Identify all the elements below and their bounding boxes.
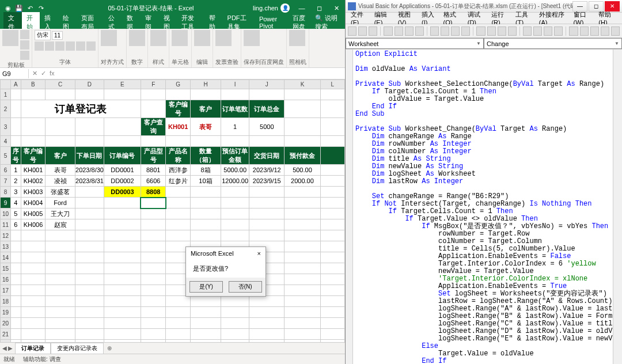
cell-r4-c5[interactable] [141,136,166,147]
cell-r22-c9[interactable] [249,340,285,343]
cell-r19-c9[interactable] [249,307,285,318]
cell-r22-c1[interactable] [21,340,45,343]
cell-r20-c10[interactable] [285,318,320,329]
cell-r12-c5[interactable] [141,230,166,241]
vba-toolbar-icon-20[interactable] [580,26,589,36]
cell-r16-c3[interactable] [75,274,104,285]
cell-r21-c11[interactable] [320,329,344,340]
cell-r11-c10[interactable] [285,219,320,230]
cell-r13-c2[interactable] [45,241,75,252]
cell-r3-c4[interactable] [104,118,141,136]
user-area[interactable]: ling.chen 👤 [253,3,293,13]
cell-r16-c0[interactable] [10,274,21,285]
cell-r18-c10[interactable] [285,296,320,307]
cell-r11-c6[interactable] [166,219,190,230]
cell-r18-c5[interactable] [141,296,166,307]
cell-r17-c2[interactable] [45,285,75,296]
vba-toolbar-icon-16[interactable] [533,26,542,36]
enter-icon[interactable]: ✓ [41,70,46,77]
cell-r7-c11[interactable] [320,176,344,187]
col-header-K[interactable]: K [285,80,320,89]
cell-r21-c0[interactable] [10,329,21,340]
vba-toolbar-icon-18[interactable] [554,26,563,36]
cell-r9-c2[interactable]: Ford [45,198,75,208]
cell-r3-c1[interactable] [21,118,45,136]
cell-r16-c1[interactable] [21,274,45,285]
msgbox-yes-button[interactable]: 是(Y) [189,281,222,293]
vba-toolbar-icon-12[interactable] [487,26,496,36]
group-icon-8[interactable] [244,30,260,46]
sheet-tab-0[interactable]: 订单记录 [15,343,51,354]
cell-r12-c1[interactable] [21,230,45,241]
cell-r18-c4[interactable] [104,296,141,307]
cell-r15-c3[interactable] [75,263,104,274]
cell-r11-c1[interactable]: KH006 [21,219,45,230]
cell-r9-c3[interactable] [75,198,104,208]
cell-r5-c7[interactable]: 数量（箱） [190,147,221,165]
vba-toolbar-icon-5[interactable] [405,26,414,36]
row-header-13[interactable]: 13 [1,241,11,252]
cell-r1-c0[interactable] [10,89,21,100]
cell-r14-c3[interactable] [75,252,104,263]
cell-r18-c0[interactable] [10,296,21,307]
cell-r20-c11[interactable] [320,318,344,329]
cell-r1-c9[interactable] [249,89,285,100]
cell-r17-c10[interactable] [285,285,320,296]
redo-icon[interactable]: ↷ [36,3,45,13]
cell-r18-c11[interactable] [320,296,344,307]
underline-icon[interactable] [55,41,65,51]
cell-r16-c11[interactable] [320,274,344,285]
cell-r1-c10[interactable] [285,89,320,100]
cell-r5-c6[interactable]: 产品名称 [166,147,190,165]
cell-r8-c9[interactable] [249,187,285,198]
cell-r8-c11[interactable] [320,187,344,198]
cell-r13-c10[interactable] [285,241,320,252]
cell-r9-c8[interactable] [221,198,249,208]
cell-r17-c11[interactable] [320,285,344,296]
new-sheet-button[interactable]: ⊕ [104,345,115,351]
scrollbar[interactable] [613,50,622,364]
vba-toolbar-icon-2[interactable] [369,26,377,36]
cell-r13-c4[interactable] [104,241,141,252]
cell-r12-c2[interactable] [45,230,75,241]
cell-r6-c6[interactable]: 西洋参 [166,165,190,176]
group-icon-5[interactable] [172,30,188,46]
cell-r18-c7[interactable] [190,296,221,307]
cell-r10-c0[interactable]: 5 [10,208,21,219]
cell-r17-c0[interactable] [10,285,21,296]
cell-r14-c1[interactable] [21,252,45,263]
bold-icon[interactable] [35,41,44,51]
cell-r22-c8[interactable] [221,340,249,343]
cell-r11-c9[interactable] [249,219,285,230]
vba-toolbar-icon-21[interactable] [590,26,599,36]
cell-r3-c3[interactable] [75,118,104,136]
cell-r5-c9[interactable]: 交货日期 [249,147,285,165]
cell-r6-c8[interactable]: 5000.00 [221,165,249,176]
cell-r2-c10[interactable] [285,100,320,118]
cell-r21-c10[interactable] [285,329,320,340]
row-header-14[interactable]: 14 [1,252,11,263]
italic-icon[interactable] [45,41,54,51]
cell-r11-c3[interactable] [75,219,104,230]
cell-r12-c6[interactable] [166,230,190,241]
cell-r21-c2[interactable] [45,329,75,340]
cell-r5-c8[interactable]: 预估订单金额 [221,147,249,165]
cell-r9-c5[interactable] [141,198,166,208]
cell-r12-c11[interactable] [320,230,344,241]
cell-r20-c0[interactable] [10,318,21,329]
cell-r5-c3[interactable]: 下单日期 [75,147,104,165]
cell-r21-c6[interactable] [166,329,190,340]
cell-r12-c3[interactable] [75,230,104,241]
cell-r10-c7[interactable] [190,208,221,219]
row-header-4[interactable]: 4 [1,136,11,147]
cell-r1-c8[interactable] [221,89,249,100]
cell-r21-c4[interactable] [104,329,141,340]
row-header-15[interactable]: 15 [1,263,11,274]
cell-r22-c5[interactable] [141,340,166,343]
cell-r15-c4[interactable] [104,263,141,274]
cell-r6-c3[interactable]: 2023/8/30 [75,165,104,176]
cell-r8-c5[interactable]: 8808 [141,187,166,198]
cell-r5-c1[interactable]: 客户编号 [21,147,45,165]
cell-r8-c2[interactable]: 张盛茗 [45,187,75,198]
cell-r20-c9[interactable] [249,318,285,329]
